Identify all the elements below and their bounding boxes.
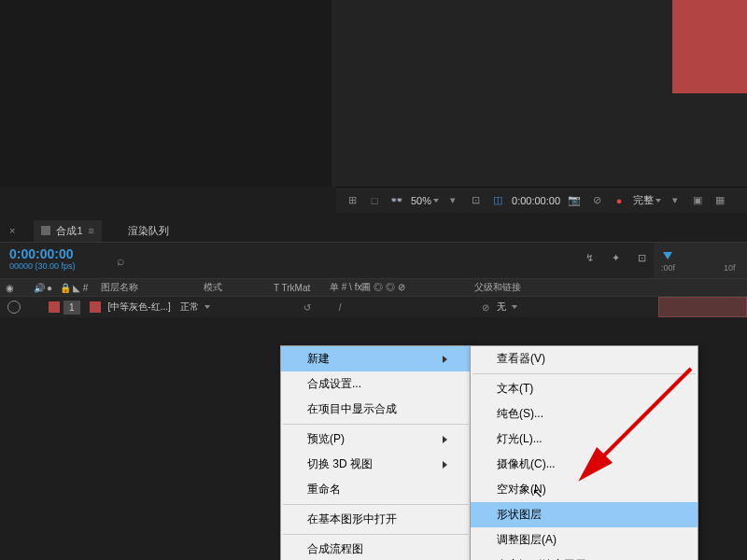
comp-icon bbox=[41, 226, 50, 235]
menu-preview[interactable]: 预览(P) bbox=[281, 427, 471, 452]
display-icon[interactable]: □ bbox=[366, 192, 383, 209]
layer-duration-bar[interactable] bbox=[658, 297, 747, 317]
menu-item-label: 合成流程图 bbox=[307, 541, 363, 557]
menu-item-label: 合成设置... bbox=[307, 376, 361, 392]
playhead-icon[interactable] bbox=[663, 252, 672, 259]
quality-dropdown[interactable]: 完整 bbox=[633, 193, 661, 207]
cursor-icon: ↖ bbox=[532, 485, 543, 500]
menu-item-label: 形状图层 bbox=[497, 507, 542, 523]
menu-switch-3d[interactable]: 切换 3D 视图 bbox=[281, 452, 471, 477]
menu-item-label: 在项目中显示合成 bbox=[307, 401, 397, 417]
menu-item-label: 查看器(V) bbox=[497, 351, 545, 367]
menu-item-label: 摄像机(C)... bbox=[497, 456, 556, 472]
chevron-down-icon bbox=[655, 199, 661, 203]
submenu-null[interactable]: 空对象(N) bbox=[471, 477, 698, 502]
parent-pickwhip-icon[interactable]: ⊘ bbox=[482, 302, 489, 313]
zoom-dropdown[interactable]: 50% bbox=[411, 195, 439, 206]
menu-new[interactable]: 新建 bbox=[281, 346, 471, 371]
menu-separator bbox=[472, 373, 696, 374]
mode-column[interactable]: 模式 bbox=[198, 281, 268, 294]
menu-item-label: 预览(P) bbox=[307, 431, 345, 447]
frame-blend-icon[interactable]: ⊡ bbox=[638, 252, 655, 269]
timeline-header: 0:00:00:00 00000 (30.00 fps) ⌕ ↯ ✦ ⊡ ◐ ▦… bbox=[0, 243, 747, 278]
viewport-panel-right[interactable] bbox=[336, 0, 747, 187]
menu-item-label: 纯色(S)... bbox=[497, 406, 543, 422]
fps-display: 00000 (30.00 fps) bbox=[9, 261, 98, 271]
monitor-icon[interactable]: ⊞ bbox=[344, 192, 360, 209]
lock-column-icon[interactable]: 🔒 bbox=[54, 283, 67, 293]
timecode-display[interactable]: 0:00:00:00 00000 (30.00 fps) bbox=[0, 243, 107, 278]
submenu-solid[interactable]: 纯色(S)... bbox=[471, 401, 698, 427]
layername-column[interactable]: 图层名称 bbox=[95, 281, 198, 294]
layer-name-label[interactable]: [中等灰色-红...] bbox=[108, 301, 171, 314]
menu-comp-settings[interactable]: 合成设置... bbox=[281, 371, 471, 397]
submenu-viewer[interactable]: 查看器(V) bbox=[471, 346, 698, 371]
channel-icon[interactable]: ⊘ bbox=[588, 192, 605, 209]
preview-timecode[interactable]: 0:00:00:00 bbox=[512, 195, 560, 206]
tab-render-queue[interactable]: 渲染队列 bbox=[120, 220, 176, 242]
new-submenu: 查看器(V) 文本(T) 纯色(S)... 灯光(L)... 摄像机(C)...… bbox=[470, 345, 698, 560]
submenu-adjustment[interactable]: 调整图层(A) bbox=[471, 527, 698, 553]
layer-blend-mode[interactable]: 正常 bbox=[180, 301, 199, 314]
tab-label: 渲染队列 bbox=[128, 224, 169, 238]
close-tab-icon[interactable]: × bbox=[9, 225, 15, 236]
preview-toolbar: ⊞ □ 👓 50% ▾ ⊡ ◫ 0:00:00:00 📷 ⊘ ● 完整 ▾ ▣ … bbox=[336, 187, 747, 213]
current-timecode: 0:00:00:00 bbox=[9, 246, 98, 261]
submenu-content-aware[interactable]: 内容识别填充图层... bbox=[471, 553, 698, 560]
submenu-light[interactable]: 灯光(L)... bbox=[471, 427, 698, 452]
layer-switch-reset[interactable]: ↺ bbox=[303, 302, 311, 313]
menu-item-label: 在基本图形中打开 bbox=[307, 511, 397, 527]
layer-switch-slash[interactable]: / bbox=[339, 302, 342, 313]
view-options-icon[interactable]: ▣ bbox=[689, 192, 706, 209]
composition-canvas-shape[interactable] bbox=[672, 0, 747, 93]
visibility-column-icon[interactable]: ◉ bbox=[0, 283, 28, 293]
visibility-toggle[interactable] bbox=[7, 301, 21, 314]
color-mgmt-icon[interactable]: ● bbox=[611, 192, 627, 209]
timeline-tabs-bar: × 合成1 ≡ 渲染队列 bbox=[0, 219, 747, 243]
menu-open-basic[interactable]: 在基本图形中打开 bbox=[281, 507, 471, 532]
menu-comp-flowchart[interactable]: 合成流程图 bbox=[281, 537, 471, 560]
draft3d-icon[interactable]: ✦ bbox=[612, 252, 628, 269]
switches-column[interactable]: 单 # \ fx圃 ◎ ◎ ⊘ bbox=[324, 281, 469, 294]
submenu-camera[interactable]: 摄像机(C)... bbox=[471, 452, 698, 477]
mask-icon[interactable]: ◫ bbox=[489, 192, 506, 209]
menu-item-label: 灯光(L)... bbox=[497, 431, 543, 447]
tab-menu-icon[interactable]: ≡ bbox=[89, 225, 94, 236]
parent-dropdown[interactable]: 无 bbox=[497, 301, 506, 314]
menu-item-label: 新建 bbox=[307, 351, 330, 367]
layer-swatch bbox=[90, 301, 101, 313]
submenu-text[interactable]: 文本(T) bbox=[471, 376, 698, 401]
snapshot-icon[interactable]: 📷 bbox=[566, 192, 583, 209]
timeline-columns-header: ◉ 🔊 ● 🔒 ◣ # 图层名称 模式 T TrkMat 单 # \ fx圃 ◎… bbox=[0, 278, 747, 297]
audio-column-icon[interactable]: 🔊 bbox=[28, 283, 41, 293]
trkmat-column[interactable]: T TrkMat bbox=[268, 283, 324, 293]
comp-flowchart-icon[interactable]: ↯ bbox=[585, 252, 602, 269]
menu-separator bbox=[283, 504, 469, 505]
chevron-down-icon[interactable] bbox=[204, 305, 210, 309]
layer-number: 1 bbox=[63, 301, 80, 315]
vr-icon[interactable]: 👓 bbox=[388, 192, 405, 209]
menu-separator bbox=[283, 424, 469, 425]
submenu-arrow-icon bbox=[443, 436, 447, 443]
ruler-mark-10: 10f bbox=[724, 263, 736, 273]
search-icon: ⌕ bbox=[117, 253, 124, 268]
view-layout-icon[interactable]: ▾ bbox=[667, 192, 684, 209]
chevron-down-icon[interactable] bbox=[512, 305, 517, 309]
viewport-area bbox=[0, 0, 747, 187]
menu-item-label: 调整图层(A) bbox=[497, 532, 557, 548]
layer-row-1[interactable]: 1 [中等灰色-红...] 正常 ↺ / ⊘ 无 bbox=[0, 297, 747, 317]
resolution-icon[interactable]: ▾ bbox=[444, 192, 461, 209]
tab-composition1[interactable]: 合成1 ≡ bbox=[34, 220, 102, 242]
submenu-shape-layer[interactable]: 形状图层 bbox=[471, 502, 698, 527]
menu-item-label: 切换 3D 视图 bbox=[307, 456, 373, 472]
menu-rename[interactable]: 重命名 bbox=[281, 477, 471, 502]
layer-search[interactable]: ⌕ bbox=[107, 243, 585, 278]
solo-column-icon[interactable]: ● bbox=[41, 283, 54, 293]
submenu-arrow-icon bbox=[443, 356, 447, 363]
parent-column[interactable]: 父级和链接 bbox=[469, 281, 527, 294]
menu-show-in-project[interactable]: 在项目中显示合成 bbox=[281, 397, 471, 422]
layer-color-label[interactable] bbox=[49, 301, 60, 313]
pixel-aspect-icon[interactable]: ▦ bbox=[712, 192, 728, 209]
grid-icon[interactable]: ⊡ bbox=[467, 192, 484, 209]
timeline-ruler[interactable]: :00f 10f bbox=[654, 243, 747, 278]
